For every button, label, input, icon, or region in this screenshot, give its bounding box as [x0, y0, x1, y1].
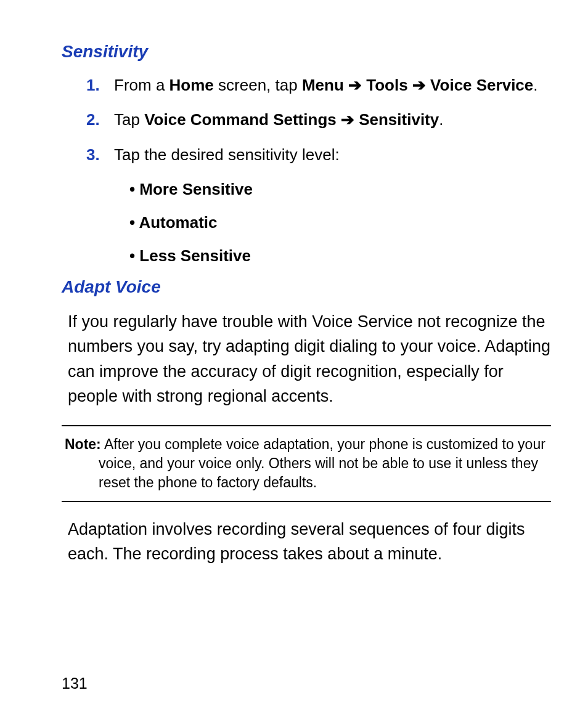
text: . — [533, 76, 537, 94]
bold-sensitivity: Sensitivity — [359, 110, 439, 129]
bold-menu: Menu — [302, 76, 344, 94]
bullet-label: More Sensitive — [139, 180, 253, 198]
sensitivity-steps: 1. From a Home screen, tap Menu ➔ Tools … — [86, 73, 551, 167]
bullet-label: Automatic — [139, 213, 217, 232]
adapt-voice-para2: Adaptation involves recording several se… — [68, 517, 551, 567]
bullet-label: Less Sensitive — [139, 246, 251, 265]
bold-home: Home — [169, 76, 214, 94]
text: . — [439, 110, 443, 129]
step-1: 1. From a Home screen, tap Menu ➔ Tools … — [86, 73, 551, 97]
section-heading-adapt-voice: Adapt Voice — [62, 277, 551, 297]
step-body: From a Home screen, tap Menu ➔ Tools ➔ V… — [114, 73, 551, 97]
step-body: Tap Voice Command Settings ➔ Sensitivity… — [114, 107, 551, 132]
arrow-icon: ➔ — [337, 110, 359, 129]
step-number: 3. — [86, 142, 114, 167]
sensitivity-bullets: More Sensitive Automatic Less Sensitive — [129, 177, 551, 269]
bullet-more-sensitive: More Sensitive — [129, 177, 551, 201]
note-text: Note: After you complete voice adaptatio… — [62, 435, 551, 492]
text: screen, tap — [214, 76, 302, 94]
adapt-voice-intro: If you regularly have trouble with Voice… — [68, 309, 551, 409]
step-3: 3. Tap the desired sensitivity level: — [86, 142, 551, 167]
step-2: 2. Tap Voice Command Settings ➔ Sensitiv… — [86, 107, 551, 132]
bullet-automatic: Automatic — [129, 210, 551, 235]
step-number: 1. — [86, 73, 114, 97]
step-body: Tap the desired sensitivity level: — [114, 142, 551, 167]
text: Tap — [114, 110, 144, 129]
page-number: 131 — [62, 675, 88, 692]
note-box: Note: After you complete voice adaptatio… — [62, 425, 551, 502]
section-heading-sensitivity: Sensitivity — [62, 42, 551, 62]
arrow-icon: ➔ — [408, 76, 430, 94]
text: From a — [114, 76, 169, 94]
bold-tools: Tools — [366, 76, 407, 94]
bullet-less-sensitive: Less Sensitive — [129, 243, 551, 268]
step-number: 2. — [86, 107, 114, 132]
bold-vcs: Voice Command Settings — [144, 110, 337, 129]
note-label: Note: — [65, 436, 101, 452]
note-body: After you complete voice adaptation, you… — [99, 436, 545, 490]
bold-voice-service: Voice Service — [430, 76, 533, 94]
arrow-icon: ➔ — [344, 76, 366, 94]
